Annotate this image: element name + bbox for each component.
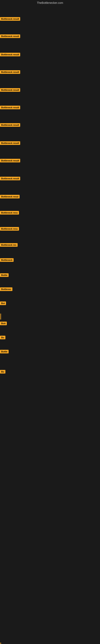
bottleneck-badge-11[interactable]: Bottleneck resul	[0, 195, 20, 199]
bottleneck-badge-8[interactable]: Bottleneck result	[0, 141, 20, 146]
bottleneck-badge-large[interactable]: Bo	[0, 370, 5, 374]
vertical-line-1	[0, 314, 1, 320]
site-title: TheBottlenecker.com	[0, 0, 100, 6]
bottleneck-badge-13[interactable]: Bottleneck resu	[0, 227, 19, 232]
bottleneck-badge-21[interactable]: Bottle	[0, 350, 9, 354]
bottleneck-badge-17[interactable]: Bottlenec	[0, 288, 12, 292]
bottleneck-badge-19[interactable]: Bott	[0, 322, 7, 326]
bottleneck-badge-2[interactable]: Bottleneck result	[0, 34, 20, 39]
bottleneck-badge-4[interactable]: Bottleneck result	[0, 70, 20, 75]
site-title-bar: TheBottlenecker.com	[0, 0, 100, 6]
bottleneck-badge-3[interactable]: Bottleneck result	[0, 53, 20, 57]
bottleneck-badge-10[interactable]: Bottleneck result	[0, 177, 20, 181]
bottleneck-badge-1[interactable]: Bottleneck result	[0, 17, 20, 22]
bottleneck-badge-5[interactable]: Bottleneck result	[0, 88, 20, 92]
bottleneck-badge-18[interactable]: Bot	[0, 302, 6, 306]
bottleneck-badge-15[interactable]: Bottleneck	[0, 258, 14, 263]
vertical-line-2	[0, 642, 1, 644]
badges-container: Bottleneck resultBottleneck resultBottle…	[0, 6, 100, 644]
bottleneck-badge-7[interactable]: Bottleneck result	[0, 123, 20, 128]
bottleneck-badge-16[interactable]: Bottle	[0, 273, 9, 278]
bottleneck-badge-6[interactable]: Bottleneck result	[0, 106, 20, 110]
bottleneck-badge-20[interactable]: Bo	[0, 336, 5, 340]
bottleneck-badge-14[interactable]: Bottleneck res	[0, 243, 18, 248]
bottleneck-badge-12[interactable]: Bottleneck resu	[0, 211, 19, 215]
bottleneck-badge-9[interactable]: Bottleneck result	[0, 159, 20, 163]
